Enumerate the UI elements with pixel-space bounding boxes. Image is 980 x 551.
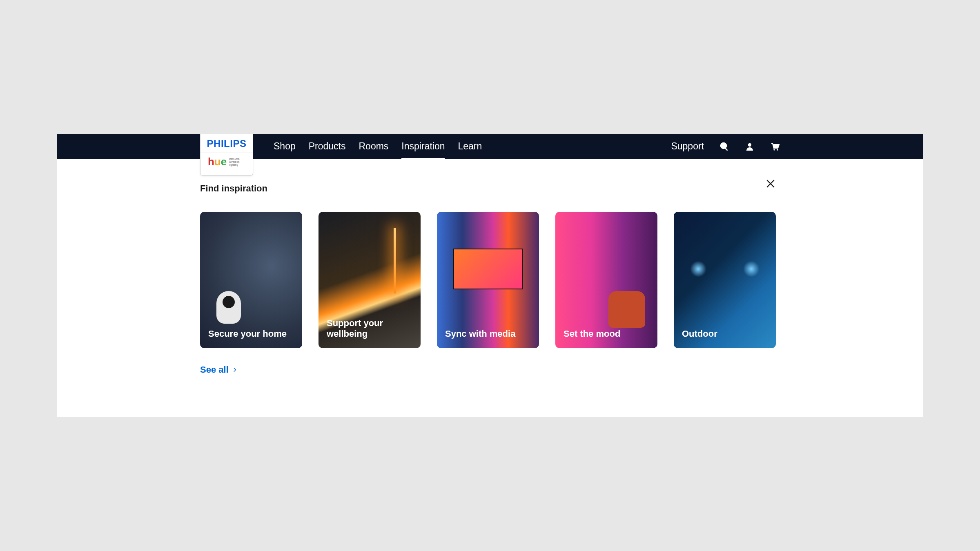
navbar: PHILIPS hue personal wireless lighting S…	[57, 134, 923, 159]
logo-divider	[200, 153, 253, 153]
see-all-link[interactable]: See all	[200, 364, 238, 375]
brand-tagline: personal wireless lighting	[229, 157, 245, 167]
chevron-right-icon	[232, 367, 238, 373]
card-label: Support your wellbeing	[327, 318, 421, 339]
card-sync-with-media[interactable]: Sync with media	[437, 212, 539, 348]
dropdown-title: Find inspiration	[200, 183, 780, 194]
card-label: Sync with media	[445, 329, 515, 339]
card-support-your-wellbeing[interactable]: Support your wellbeing	[318, 212, 421, 348]
nav-item-learn[interactable]: Learn	[458, 134, 482, 158]
app-frame: PHILIPS hue personal wireless lighting S…	[57, 134, 923, 417]
svg-rect-1	[725, 148, 728, 151]
card-label: Outdoor	[682, 329, 717, 339]
card-outdoor[interactable]: Outdoor	[674, 212, 776, 348]
light-bar-illustration	[394, 228, 396, 293]
inspiration-dropdown: Find inspiration Secure your home Suppor…	[57, 159, 923, 404]
nav-item-rooms[interactable]: Rooms	[359, 134, 388, 158]
see-all-label: See all	[200, 364, 229, 375]
brand-philips: PHILIPS	[207, 134, 247, 149]
nav-item-inspiration[interactable]: Inspiration	[401, 134, 445, 158]
card-secure-your-home[interactable]: Secure your home	[200, 212, 302, 348]
card-label: Secure your home	[208, 329, 287, 339]
search-icon[interactable]	[719, 142, 729, 151]
sconce-illustration	[743, 261, 760, 277]
nav-item-shop[interactable]: Shop	[274, 134, 296, 158]
svg-point-2	[748, 143, 751, 146]
svg-point-3	[773, 149, 775, 151]
nav-utility: Support	[671, 141, 780, 152]
chair-illustration	[608, 291, 645, 328]
account-icon[interactable]	[745, 142, 755, 151]
brand-logo[interactable]: PHILIPS hue personal wireless lighting	[200, 134, 253, 176]
tv-illustration	[453, 249, 523, 289]
inspiration-cards: Secure your home Support your wellbeing …	[200, 212, 780, 348]
svg-point-0	[721, 143, 726, 149]
svg-point-4	[777, 149, 778, 151]
brand-hue: hue personal wireless lighting	[204, 156, 249, 168]
sconce-illustration	[690, 261, 706, 277]
camera-device-illustration	[216, 291, 241, 324]
close-icon[interactable]	[765, 178, 776, 189]
nav-support-link[interactable]: Support	[671, 141, 704, 152]
nav-primary: Shop Products Rooms Inspiration Learn	[274, 134, 482, 158]
cart-icon[interactable]	[770, 142, 780, 151]
card-set-the-mood[interactable]: Set the mood	[555, 212, 657, 348]
card-label: Set the mood	[564, 329, 620, 339]
hue-wordmark: hue	[208, 156, 227, 168]
nav-item-products[interactable]: Products	[309, 134, 346, 158]
